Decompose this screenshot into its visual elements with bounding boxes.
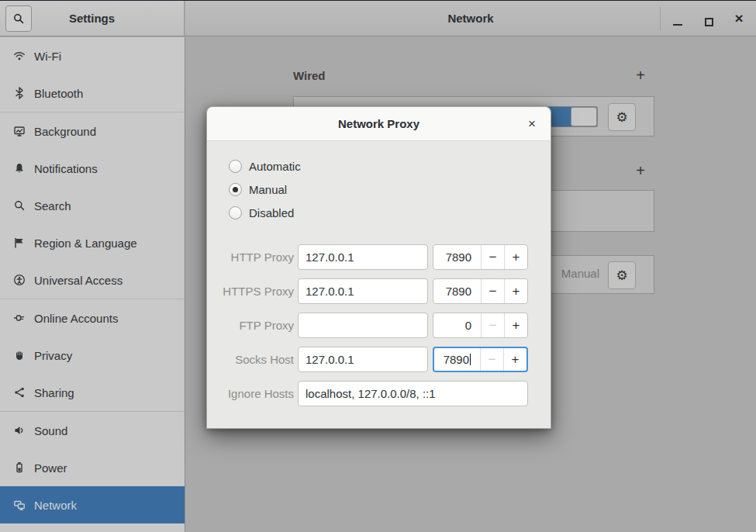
toggle-knob bbox=[571, 107, 597, 126]
network-icon bbox=[13, 499, 26, 511]
speaker-icon bbox=[13, 424, 26, 437]
bluetooth-icon bbox=[13, 87, 26, 99]
sidebar-item-label: Region & Language bbox=[34, 237, 137, 250]
sidebar-item-label: Sharing bbox=[34, 386, 74, 399]
decrement-button[interactable]: − bbox=[481, 245, 504, 269]
sidebar-item-label: Online Accounts bbox=[34, 312, 118, 325]
dialog-title: Network Proxy bbox=[207, 107, 551, 141]
sidebar-item-label: Wi-Fi bbox=[34, 50, 61, 63]
search-icon bbox=[13, 199, 26, 212]
app-title: Settings bbox=[0, 1, 184, 36]
minimize-icon bbox=[673, 24, 682, 26]
background-icon bbox=[13, 125, 26, 137]
ignore-hosts-input[interactable] bbox=[298, 381, 528, 406]
sidebar-item-label: Bluetooth bbox=[34, 87, 83, 100]
sidebar-item-region-language[interactable]: Region & Language bbox=[0, 224, 185, 261]
flag-icon bbox=[13, 237, 26, 249]
http-proxy-host-input[interactable] bbox=[298, 244, 428, 270]
sidebar-item-label: Universal Access bbox=[34, 274, 123, 287]
proxy-mode-manual[interactable]: Manual bbox=[229, 178, 287, 201]
titlebar: Settings Network × bbox=[0, 0, 756, 36]
proxy-mode-disabled[interactable]: Disabled bbox=[229, 201, 294, 224]
radio-label: Manual bbox=[249, 183, 287, 196]
sidebar-item-label: Power bbox=[34, 461, 67, 475]
decrement-button-disabled[interactable]: − bbox=[480, 348, 503, 371]
sidebar-item-network[interactable]: Network bbox=[0, 486, 185, 523]
dialog-body: Automatic Manual Disabled HTTP Proxy 789… bbox=[206, 141, 551, 429]
battery-icon bbox=[13, 461, 26, 474]
sidebar-item-sound[interactable]: Sound bbox=[0, 412, 185, 449]
https-proxy-host-input[interactable] bbox=[298, 278, 428, 304]
hand-icon bbox=[13, 349, 26, 361]
add-vpn-button[interactable]: + bbox=[632, 162, 649, 179]
socks-port-spinner-focused: 7890 − + bbox=[433, 347, 528, 372]
wired-settings-gear-button[interactable]: ⚙ bbox=[608, 103, 636, 131]
sidebar-item-privacy[interactable]: Privacy bbox=[0, 337, 185, 374]
sidebar-item-universal-access[interactable]: Universal Access bbox=[0, 261, 185, 299]
radio-icon bbox=[229, 160, 242, 173]
https-proxy-label: HTTPS Proxy bbox=[213, 278, 294, 304]
dialog-header: Network Proxy × bbox=[206, 106, 551, 141]
ftp-proxy-port-spinner: 0 − + bbox=[433, 313, 528, 338]
http-proxy-port-value[interactable]: 7890 bbox=[433, 245, 481, 269]
accessibility-icon bbox=[13, 274, 26, 286]
https-proxy-port-value[interactable]: 7890 bbox=[433, 279, 481, 303]
sidebar-item-label: Background bbox=[34, 125, 96, 138]
socks-host-label: Socks Host bbox=[213, 347, 294, 372]
increment-button[interactable]: + bbox=[504, 279, 527, 303]
sidebar-item-power[interactable]: Power bbox=[0, 449, 185, 486]
online-accounts-icon bbox=[13, 312, 26, 324]
sidebar-item-notifications[interactable]: Notifications bbox=[0, 150, 185, 187]
sidebar-item-wifi[interactable]: Wi-Fi bbox=[0, 37, 185, 74]
settings-window: Settings Network × Wi-Fi bbox=[0, 0, 756, 532]
increment-button[interactable]: + bbox=[503, 348, 526, 371]
sidebar-item-label: Notifications bbox=[34, 162, 98, 175]
network-proxy-dialog: Network Proxy × Automatic Manual Disable… bbox=[206, 106, 551, 429]
wired-section-title: Wired bbox=[293, 69, 326, 82]
radio-checked-icon bbox=[229, 183, 242, 196]
sidebar-item-label: Privacy bbox=[34, 349, 72, 362]
wired-toggle-switch[interactable] bbox=[544, 106, 598, 127]
ftp-proxy-label: FTP Proxy bbox=[213, 313, 294, 338]
titlebar-sidebar-section: Settings bbox=[0, 1, 185, 36]
sidebar-item-label: Sound bbox=[34, 424, 67, 437]
socks-host-input[interactable] bbox=[298, 347, 428, 372]
radio-label: Disabled bbox=[249, 206, 294, 219]
sidebar-item-background[interactable]: Background bbox=[0, 112, 185, 150]
wifi-icon bbox=[13, 50, 26, 62]
increment-button[interactable]: + bbox=[504, 245, 527, 269]
http-proxy-label: HTTP Proxy bbox=[213, 244, 294, 270]
ftp-proxy-host-input[interactable] bbox=[298, 313, 428, 338]
proxy-mode-automatic[interactable]: Automatic bbox=[229, 154, 301, 178]
decrement-button-disabled[interactable]: − bbox=[481, 313, 504, 337]
ftp-proxy-port-value[interactable]: 0 bbox=[433, 313, 481, 337]
minimize-button[interactable] bbox=[667, 8, 689, 29]
sidebar-item-bluetooth[interactable]: Bluetooth bbox=[0, 74, 185, 112]
https-proxy-port-spinner: 7890 − + bbox=[433, 278, 528, 304]
dialog-close-button[interactable]: × bbox=[521, 113, 543, 135]
sidebar: Wi-Fi Bluetooth Background bbox=[0, 37, 185, 532]
text-cursor bbox=[470, 354, 471, 365]
sidebar-item-online-accounts[interactable]: Online Accounts bbox=[0, 299, 185, 337]
proxy-settings-gear-button[interactable]: ⚙ bbox=[608, 261, 636, 289]
increment-button[interactable]: + bbox=[504, 313, 527, 337]
radio-icon bbox=[229, 206, 242, 219]
radio-label: Automatic bbox=[249, 160, 301, 173]
window-close-button[interactable]: × bbox=[728, 8, 750, 29]
add-wired-connection-button[interactable]: + bbox=[632, 67, 649, 84]
share-icon bbox=[13, 386, 26, 399]
ignore-hosts-label: Ignore Hosts bbox=[213, 381, 294, 406]
sidebar-item-sharing[interactable]: Sharing bbox=[0, 374, 185, 411]
maximize-button[interactable] bbox=[698, 8, 720, 29]
decrement-button[interactable]: − bbox=[481, 279, 504, 303]
maximize-icon bbox=[705, 18, 713, 26]
socks-port-value[interactable]: 7890 bbox=[434, 348, 480, 371]
bell-icon bbox=[13, 162, 26, 174]
http-proxy-port-spinner: 7890 − + bbox=[433, 244, 528, 270]
sidebar-item-label: Search bbox=[34, 199, 71, 212]
sidebar-item-search[interactable]: Search bbox=[0, 187, 185, 224]
sidebar-item-label: Network bbox=[34, 499, 77, 512]
window-controls-separator bbox=[660, 7, 661, 30]
